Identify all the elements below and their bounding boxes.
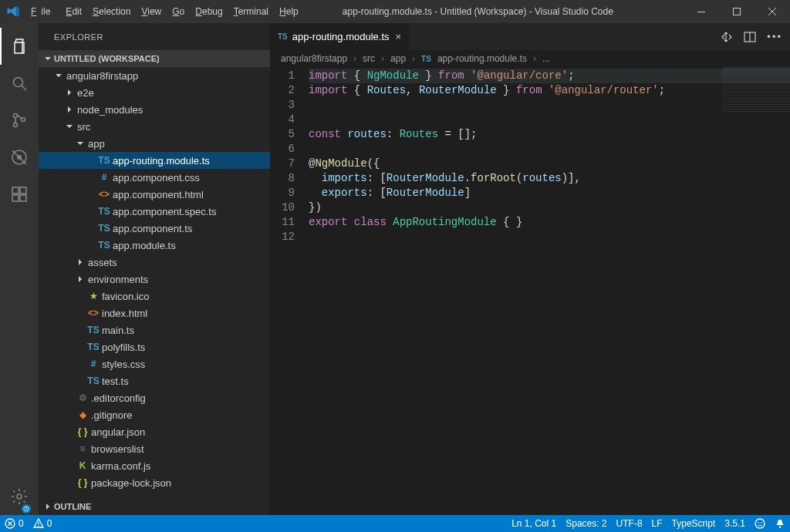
menu-view[interactable]: View xyxy=(137,0,166,23)
status-feedback-icon[interactable] xyxy=(755,518,765,529)
svg-point-1 xyxy=(14,78,23,87)
code-area[interactable]: import { NgModule } from '@angular/core'… xyxy=(309,67,790,515)
tree-folder[interactable]: environments xyxy=(39,271,270,288)
menu-edit[interactable]: Edit xyxy=(61,0,86,23)
tree-file[interactable]: ⚙.editorconfig xyxy=(39,389,270,406)
menu-help[interactable]: Help xyxy=(275,0,303,23)
breadcrumbs[interactable]: angular8firstapp› src› app› TS app-routi… xyxy=(270,50,790,67)
svg-rect-8 xyxy=(12,195,19,201)
status-bar: 0 0 Ln 1, Col 1 Spaces: 2 UTF-8 LF TypeS… xyxy=(0,515,790,532)
status-lang[interactable]: TypeScript xyxy=(672,518,716,529)
crumb[interactable]: angular8firstapp xyxy=(281,53,347,64)
svg-point-6 xyxy=(17,155,22,160)
svg-point-17 xyxy=(758,522,759,524)
status-indent[interactable]: Spaces: 2 xyxy=(565,518,606,529)
menu-bar: File Edit Selection View Go Debug Termin… xyxy=(26,0,303,23)
status-eol[interactable]: LF xyxy=(652,518,663,529)
more-icon[interactable]: ••• xyxy=(767,31,782,42)
tree-label: app.component.html xyxy=(111,189,204,200)
close-button[interactable] xyxy=(755,0,790,23)
compare-icon[interactable] xyxy=(721,31,733,43)
tree-file[interactable]: Kkarma.conf.js xyxy=(39,457,270,474)
file-tree: angular8firstappe2enode_modulessrcappTSa… xyxy=(39,67,270,498)
tree-folder[interactable]: angular8firstapp xyxy=(39,67,270,84)
chevron-down-icon xyxy=(42,55,54,62)
svg-point-11 xyxy=(17,494,22,499)
tree-file[interactable]: { }package-lock.json xyxy=(39,474,270,491)
window-title: app-routing.module.ts - Untitled (Worksp… xyxy=(303,0,684,23)
activity-settings[interactable] xyxy=(0,478,39,515)
crumb[interactable]: ... xyxy=(542,53,550,64)
tree-label: assets xyxy=(86,257,117,268)
menu-debug[interactable]: Debug xyxy=(191,0,227,23)
svg-point-2 xyxy=(14,114,18,118)
menu-file[interactable]: File xyxy=(26,0,59,23)
tree-label: src xyxy=(76,121,90,133)
status-bell-icon[interactable] xyxy=(775,518,785,529)
editor-toolbar: ••• xyxy=(721,23,790,50)
split-editor-icon[interactable] xyxy=(744,31,756,43)
tree-folder[interactable]: assets xyxy=(39,254,270,271)
tree-file[interactable]: TSapp.component.spec.ts xyxy=(39,203,270,220)
tree-file[interactable]: TSapp.module.ts xyxy=(39,237,270,254)
tree-label: index.html xyxy=(100,308,147,319)
tree-file[interactable]: <>index.html xyxy=(39,305,270,322)
tree-file[interactable]: ★favicon.ico xyxy=(39,288,270,305)
crumb[interactable]: app-routing.module.ts xyxy=(437,53,527,64)
tree-file[interactable]: TSapp-routing.module.ts xyxy=(39,152,270,169)
explorer-panel: EXPLORER UNTITLED (WORKSPACE) angular8fi… xyxy=(39,23,270,515)
tree-label: .gitignore xyxy=(89,409,132,421)
minimap[interactable] xyxy=(722,67,790,113)
status-ts-ver[interactable]: 3.5.1 xyxy=(724,518,745,529)
crumb[interactable]: app xyxy=(390,53,406,64)
crumb[interactable]: src xyxy=(363,53,375,64)
editor-tab-active[interactable]: TS app-routing.module.ts × xyxy=(270,23,410,50)
minimize-button[interactable] xyxy=(684,0,719,23)
activity-extensions[interactable] xyxy=(0,176,39,213)
tree-folder[interactable]: src xyxy=(39,118,270,135)
status-errors[interactable]: 0 xyxy=(5,518,24,529)
workspace-section-header[interactable]: UNTITLED (WORKSPACE) xyxy=(39,50,270,67)
menu-selection[interactable]: Selection xyxy=(88,0,135,23)
status-ln-col[interactable]: Ln 1, Col 1 xyxy=(511,518,556,529)
tab-close-icon[interactable]: × xyxy=(396,31,402,42)
tree-folder[interactable]: node_modules xyxy=(39,101,270,118)
tree-file[interactable]: ≡browserslist xyxy=(39,440,270,457)
tree-file[interactable]: #styles.css xyxy=(39,355,270,372)
tree-folder[interactable]: app xyxy=(39,135,270,152)
activity-bar xyxy=(0,23,39,515)
tree-file[interactable]: <>app.component.html xyxy=(39,186,270,203)
tree-label: polyfills.ts xyxy=(100,342,145,353)
tree-file[interactable]: #app.component.css xyxy=(39,169,270,186)
menu-terminal[interactable]: Terminal xyxy=(229,0,273,23)
vscode-logo-icon xyxy=(0,5,26,19)
activity-source-control[interactable] xyxy=(0,102,39,139)
activity-search[interactable] xyxy=(0,65,39,102)
outline-section-header[interactable]: OUTLINE xyxy=(39,498,270,515)
activity-explorer[interactable] xyxy=(0,28,39,65)
tree-file[interactable]: { }angular.json xyxy=(39,423,270,440)
status-encoding[interactable]: UTF-8 xyxy=(616,518,643,529)
svg-point-15 xyxy=(38,525,39,527)
outline-label: OUTLINE xyxy=(54,502,91,511)
titlebar: File Edit Selection View Go Debug Termin… xyxy=(0,0,790,23)
svg-rect-7 xyxy=(12,187,19,194)
maximize-button[interactable] xyxy=(719,0,755,23)
status-warnings[interactable]: 0 xyxy=(33,518,52,529)
tree-label: main.ts xyxy=(100,325,134,336)
chevron-right-icon xyxy=(42,503,54,510)
tree-file[interactable]: TStest.ts xyxy=(39,372,270,389)
tree-file[interactable]: TSmain.ts xyxy=(39,322,270,338)
explorer-title: EXPLORER xyxy=(39,23,270,50)
tree-label: angular8firstapp xyxy=(65,70,138,82)
tree-file[interactable]: TSapp.component.ts xyxy=(39,220,270,237)
tree-label: .editorconfig xyxy=(89,392,146,404)
tree-folder[interactable]: e2e xyxy=(39,84,270,101)
editor-tabs: TS app-routing.module.ts × ••• xyxy=(270,23,790,50)
tree-file[interactable]: TSpolyfills.ts xyxy=(39,338,270,355)
activity-debug[interactable] xyxy=(0,139,39,176)
menu-go[interactable]: Go xyxy=(167,0,189,23)
tree-file[interactable]: ◆.gitignore xyxy=(39,406,270,423)
tree-label: app-routing.module.ts xyxy=(111,155,210,167)
tree-label: app.component.ts xyxy=(111,223,192,234)
